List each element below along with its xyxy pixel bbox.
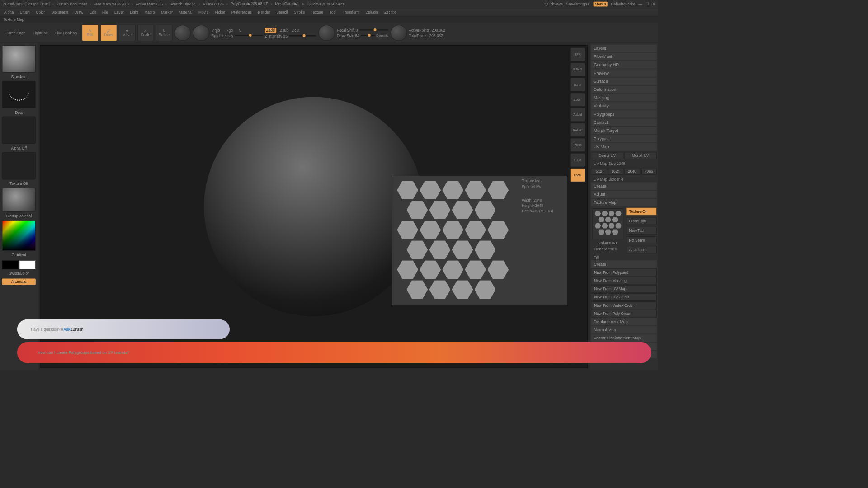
menu-draw[interactable]: Draw — [75, 10, 83, 14]
zoom-button[interactable]: Zoom — [570, 93, 585, 106]
zscript-label[interactable]: DefaultZScript — [611, 2, 635, 6]
live-boolean-button[interactable]: Live Boolean — [52, 29, 80, 36]
menu-marker[interactable]: Marker — [161, 10, 173, 14]
bpr-button[interactable]: BPR — [570, 47, 585, 61]
rgb-intensity-slider[interactable] — [235, 35, 263, 36]
uv-size-4096[interactable]: 4096 — [641, 168, 657, 175]
draw-mode-button[interactable]: 🖌Draw — [100, 24, 117, 41]
menu-stencil[interactable]: Stencil — [276, 10, 288, 14]
menu-tool[interactable]: Tool — [330, 10, 336, 14]
fill-button[interactable]: Fill — [591, 254, 657, 261]
local-button[interactable]: Local — [570, 168, 585, 182]
draw-size-icon[interactable] — [390, 25, 406, 41]
morph-uv-button[interactable]: Morph UV — [624, 152, 657, 159]
uv-adjust-header[interactable]: Adjust — [591, 191, 657, 198]
material-thumbnail[interactable] — [2, 188, 36, 212]
section-vector-disp[interactable]: Vector Displacement Map — [591, 334, 657, 342]
color-picker[interactable] — [2, 220, 36, 251]
menu-stroke[interactable]: Stroke — [294, 10, 305, 14]
menu-transform[interactable]: Transform — [343, 10, 360, 14]
menu-file[interactable]: File — [102, 10, 108, 14]
section-preview[interactable]: Preview — [591, 69, 657, 77]
move-mode-button[interactable]: ✥Move — [119, 24, 135, 41]
fix-seam-button[interactable]: Fix Seam — [626, 236, 657, 244]
zsub-toggle[interactable]: Zsub — [280, 28, 288, 32]
scale-mode-button[interactable]: ⤢Scale — [137, 24, 154, 41]
transparent-slider[interactable]: Transparent 0 — [591, 246, 624, 252]
new-from-masking[interactable]: New From Masking — [591, 277, 657, 285]
menu-macro[interactable]: Macro — [144, 10, 155, 14]
new-from-vertex-order[interactable]: New From Vertex Order — [591, 301, 657, 309]
section-masking[interactable]: Masking — [591, 94, 657, 102]
maximize-icon[interactable]: ☐ — [646, 2, 649, 6]
section-uvmap[interactable]: UV Map — [591, 143, 657, 151]
section-deformation[interactable]: Deformation — [591, 86, 657, 94]
lightbox-button[interactable]: LightBox — [30, 29, 51, 36]
new-from-uvcheck[interactable]: New From UV Check — [591, 293, 657, 301]
uv-border[interactable]: UV Map Border 4 — [591, 176, 657, 183]
new-from-poly-order[interactable]: New From Poly Order — [591, 310, 657, 318]
brush-thumbnail[interactable] — [2, 45, 36, 73]
zadd-toggle[interactable]: Zadd — [265, 28, 276, 33]
menu-light[interactable]: Light — [130, 10, 138, 14]
menu-alpha[interactable]: Alpha — [4, 10, 14, 14]
section-visibility[interactable]: Visibility — [591, 102, 657, 110]
section-normalmap[interactable]: Normal Map — [591, 326, 657, 334]
section-contact[interactable]: Contact — [591, 118, 657, 126]
create-subheader[interactable]: Create — [591, 260, 657, 268]
clone-txtr-button[interactable]: Clone Txtr — [626, 217, 657, 225]
section-layers[interactable]: Layers — [591, 45, 657, 52]
home-button[interactable]: Home Page — [3, 29, 28, 36]
texture-thumbnail[interactable] — [2, 152, 36, 180]
texture-map-header[interactable]: Texture Map — [591, 199, 657, 206]
section-polygroups[interactable]: Polygroups — [591, 110, 657, 118]
menus-toggle[interactable]: Menus — [594, 1, 608, 6]
quicksave-button[interactable]: QuickSave — [544, 2, 562, 6]
uv-size-1024[interactable]: 1024 — [608, 168, 623, 175]
menu-zscript[interactable]: Zscript — [384, 10, 396, 14]
menu-edit[interactable]: Edit — [90, 10, 96, 14]
rgb-toggle[interactable]: Rgb — [226, 28, 233, 32]
menu-picker[interactable]: Picker — [215, 10, 225, 14]
focal-shift-icon[interactable] — [318, 25, 335, 41]
scroll-button[interactable]: Scroll — [570, 78, 585, 91]
close-icon[interactable]: ✕ — [652, 2, 656, 6]
menu-document[interactable]: Document — [51, 10, 68, 14]
m-toggle[interactable]: M — [239, 28, 242, 32]
menu-texture[interactable]: Texture — [311, 10, 323, 14]
uv-size-512[interactable]: 512 — [591, 168, 607, 175]
antialiased-toggle[interactable]: Antialiased — [626, 246, 657, 253]
menu-preferences[interactable]: Preferences — [231, 10, 252, 14]
menu-color[interactable]: Color — [36, 10, 45, 14]
gizmo-sphere-2[interactable] — [193, 25, 209, 41]
texture-map-thumbnail[interactable] — [592, 208, 623, 239]
rotate-mode-button[interactable]: ↻Rotate — [156, 24, 172, 41]
alternate-button[interactable]: Alternate — [2, 278, 36, 285]
mrgb-toggle[interactable]: Mrgb — [212, 28, 220, 32]
section-morphtarget[interactable]: Morph Target — [591, 127, 657, 135]
spix-button[interactable]: SPix 3 — [570, 63, 585, 76]
section-geometryhd[interactable]: Geometry HD — [591, 61, 657, 69]
seethrough-slider[interactable]: See-through 0 — [566, 2, 590, 6]
draw-size-slider[interactable] — [361, 35, 375, 36]
gizmo-sphere-1[interactable] — [175, 25, 191, 41]
menu-layer[interactable]: Layer — [114, 10, 124, 14]
texture-on-toggle[interactable]: Texture On — [626, 208, 657, 216]
alpha-thumbnail[interactable] — [2, 117, 36, 144]
menu-material[interactable]: Material — [179, 10, 193, 14]
edit-mode-button[interactable]: ✎Edit — [82, 24, 98, 41]
new-from-polypaint[interactable]: New From Polypaint — [591, 269, 657, 277]
section-displacement[interactable]: Displacement Map — [591, 318, 657, 326]
color-swatch-black[interactable] — [2, 260, 19, 269]
uv-map-size[interactable]: UV Map Size 2048 — [591, 160, 657, 167]
dynamic-toggle[interactable]: Dynamic — [376, 34, 388, 38]
section-polypaint[interactable]: Polypaint — [591, 135, 657, 143]
zcut-toggle[interactable]: Zcut — [292, 28, 299, 32]
persp-button[interactable]: Persp — [570, 138, 585, 152]
menu-zplugin[interactable]: Zplugin — [366, 10, 378, 14]
menu-movie[interactable]: Movie — [198, 10, 208, 14]
z-intensity-slider[interactable] — [289, 35, 316, 36]
minimize-icon[interactable]: — — [638, 2, 642, 6]
uv-create-header[interactable]: Create — [591, 182, 657, 190]
focal-shift-slider[interactable] — [359, 29, 388, 30]
